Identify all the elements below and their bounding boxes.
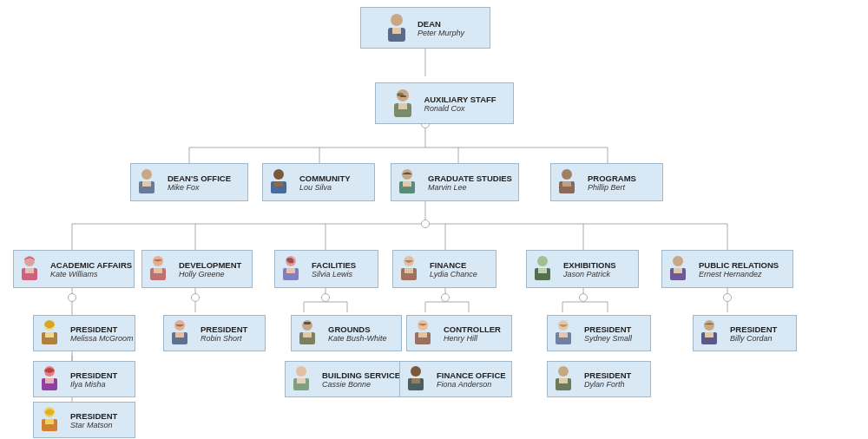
svg-rect-69: [404, 268, 413, 273]
svg-rect-63: [154, 268, 162, 273]
node-exhibitions[interactable]: EXHIBITIONS Jason Patrick: [526, 250, 639, 288]
svg-rect-66: [286, 268, 295, 273]
facilities-name: Silvia Lewis: [312, 270, 356, 278]
pres-dylan-title: PRESIDENT: [584, 370, 631, 380]
pr-name: Ernest Hernandez: [699, 270, 779, 278]
svg-point-88: [302, 320, 312, 331]
graduate-title: GRADUATE STUDIES: [428, 174, 512, 183]
node-pres-robin[interactable]: PRESIDENT Robin Short: [163, 315, 266, 351]
person-icon-academic: [17, 253, 42, 285]
node-auxiliary[interactable]: AUXILIARY STAFF Ronald Cox: [375, 82, 514, 124]
person-icon-billy: [697, 318, 721, 349]
node-public-relations[interactable]: PUBLIC RELATIONS Ernest Hernandez: [661, 250, 793, 288]
svg-rect-40: [392, 28, 401, 34]
node-finance[interactable]: FINANCE Lydia Chance: [392, 250, 496, 288]
person-icon-community: [266, 167, 291, 198]
avatar-academic: [14, 250, 45, 288]
avatar-pres-billy: [694, 314, 725, 352]
pres-ilya-name: Ilya Misha: [70, 380, 117, 389]
person-icon-pr: [666, 253, 690, 285]
pres-robin-name: Robin Short: [201, 334, 247, 343]
svg-rect-94: [297, 378, 306, 383]
svg-rect-87: [175, 332, 184, 337]
node-building-services[interactable]: BUILDING SERVICES Cassie Bonne: [285, 361, 402, 397]
svg-rect-72: [538, 268, 547, 273]
node-dean[interactable]: DEAN Peter Murphy: [360, 7, 490, 49]
svg-rect-81: [45, 378, 54, 383]
avatar-graduate: [391, 163, 423, 201]
person-icon-sydney: [551, 318, 575, 349]
svg-rect-48: [142, 181, 151, 187]
node-academic[interactable]: ACADEMIC AFFAIRS Kate Williams: [13, 250, 135, 288]
svg-point-92: [296, 366, 306, 377]
svg-rect-109: [705, 332, 713, 337]
avatar-dean: [381, 9, 412, 47]
dean-name: Peter Murphy: [418, 29, 464, 37]
svg-rect-106: [559, 378, 568, 383]
person-icon-facilities: [279, 253, 303, 285]
expand-dot-academic[interactable]: [68, 293, 76, 302]
node-facilities[interactable]: FACILITIES Silvia Lewis: [274, 250, 378, 288]
svg-point-73: [673, 256, 683, 266]
pres-billy-name: Billy Cordan: [730, 334, 777, 343]
node-community[interactable]: COMMUNITY Lou Silva: [262, 163, 375, 201]
expand-dot-development[interactable]: [191, 293, 200, 302]
node-deans-office[interactable]: DEAN'S OFFICE Mike Fox: [130, 163, 248, 201]
pres-star-name: Star Matson: [70, 421, 117, 429]
svg-rect-84: [45, 419, 54, 424]
node-pres-ilya[interactable]: PRESIDENT Ilya Misha: [33, 361, 135, 397]
pres-star-title: PRESIDENT: [70, 411, 117, 421]
pres-robin-title: PRESIDENT: [201, 324, 247, 334]
expand-dot-facilities[interactable]: [321, 293, 330, 302]
avatar-grounds: [292, 314, 323, 352]
node-development[interactable]: DEVELOPMENT Holly Greene: [141, 250, 253, 288]
building-services-title: BUILDING SERVICES: [322, 370, 405, 380]
controller-title: CONTROLLER: [444, 324, 501, 334]
community-name: Lou Silva: [299, 183, 351, 192]
node-finance-office[interactable]: FINANCE OFFICE Fiona Anderson: [399, 361, 512, 397]
avatar-deans-office: [131, 163, 162, 201]
development-title: DEVELOPMENT: [179, 260, 241, 270]
node-controller[interactable]: CONTROLLER Henry Hill: [406, 315, 512, 351]
svg-point-70: [537, 256, 548, 266]
programs-name: Phillip Bert: [588, 183, 636, 192]
svg-rect-54: [403, 181, 411, 187]
expand-dot-finance[interactable]: [441, 293, 450, 302]
person-icon-finance: [397, 253, 421, 285]
svg-rect-60: [25, 268, 34, 273]
svg-point-38: [391, 14, 403, 26]
person-icon-finance-office: [404, 364, 428, 395]
deans-office-name: Mike Fox: [168, 183, 231, 192]
svg-point-55: [562, 169, 572, 180]
node-pres-billy[interactable]: PRESIDENT Billy Cordan: [693, 315, 797, 351]
person-icon-ilya: [37, 364, 62, 395]
node-pres-star[interactable]: PRESIDENT Star Matson: [33, 402, 135, 438]
avatar-exhibitions: [527, 250, 558, 288]
svg-rect-57: [562, 181, 571, 187]
expand-dot-pr[interactable]: [723, 293, 732, 302]
avatar-finance: [393, 250, 424, 288]
svg-point-98: [411, 366, 421, 377]
programs-title: PROGRAMS: [588, 174, 636, 183]
person-icon-controller: [411, 318, 435, 349]
node-pres-sydney[interactable]: PRESIDENT Sydney Small: [547, 315, 651, 351]
person-icon-exhibitions: [530, 253, 555, 285]
pr-title: PUBLIC RELATIONS: [699, 260, 779, 270]
node-programs[interactable]: PROGRAMS Phillip Bert: [550, 163, 663, 201]
avatar-pres-ilya: [34, 360, 65, 398]
person-icon-graduate: [395, 167, 419, 198]
person-icon-grounds: [295, 318, 319, 349]
expand-dot-exhibitions[interactable]: [579, 293, 588, 302]
node-grounds[interactable]: GROUNDS Kate Bush-White: [291, 315, 402, 351]
node-graduate[interactable]: GRADUATE STUDIES Marvin Lee: [391, 163, 519, 201]
svg-rect-51: [274, 181, 283, 187]
pres-dylan-name: Dylan Forth: [584, 380, 631, 389]
node-pres-melissa[interactable]: PRESIDENT Melissa McGroom: [33, 315, 135, 351]
person-icon-building: [289, 364, 313, 395]
svg-point-107: [704, 320, 714, 331]
expand-dot-level3[interactable]: [421, 220, 430, 228]
person-icon-deans-office: [135, 167, 159, 198]
svg-rect-43: [400, 95, 406, 97]
avatar-building-services: [286, 360, 317, 398]
node-pres-dylan[interactable]: PRESIDENT Dylan Forth: [547, 361, 651, 397]
